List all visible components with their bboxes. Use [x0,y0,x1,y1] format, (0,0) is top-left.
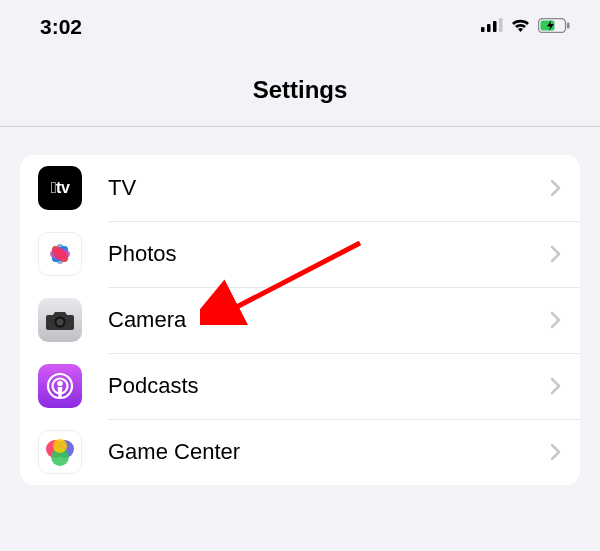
wifi-icon [510,18,531,37]
svg-point-19 [57,381,63,387]
status-bar: 3:02 [0,0,600,50]
row-label: Photos [108,241,550,267]
row-label: Game Center [108,439,550,465]
photos-icon [38,232,82,276]
row-label: Podcasts [108,373,550,399]
settings-list: tv TV Photos [20,155,580,485]
svg-rect-0 [481,27,485,32]
chevron-right-icon [550,179,562,197]
svg-rect-2 [493,21,497,32]
settings-row-gamecenter[interactable]: Game Center [20,419,580,485]
settings-row-podcasts[interactable]: Podcasts [20,353,580,419]
settings-row-camera[interactable]: Camera [20,287,580,353]
status-time: 3:02 [40,15,82,39]
chevron-right-icon [550,377,562,395]
settings-row-tv[interactable]: tv TV [20,155,580,221]
svg-point-23 [53,439,67,453]
camera-icon [38,298,82,342]
settings-row-photos[interactable]: Photos [20,221,580,287]
svg-rect-3 [499,18,503,32]
chevron-right-icon [550,245,562,263]
battery-icon [538,18,570,37]
svg-rect-1 [487,24,491,32]
nav-header: Settings [0,50,600,127]
status-icons [481,18,570,37]
row-label: TV [108,175,550,201]
chevron-right-icon [550,311,562,329]
podcasts-icon [38,364,82,408]
chevron-right-icon [550,443,562,461]
cellular-icon [481,18,503,36]
row-label: Camera [108,307,550,333]
svg-rect-6 [567,22,570,28]
svg-point-16 [57,319,64,326]
tv-icon: tv [38,166,82,210]
game-center-icon [38,430,82,474]
page-title: Settings [0,76,600,104]
